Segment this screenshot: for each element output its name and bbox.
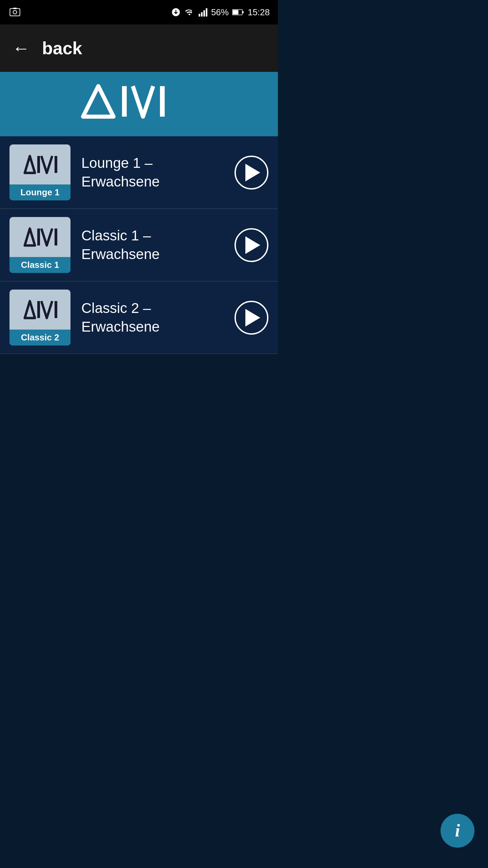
svg-marker-13 [25, 156, 35, 173]
svg-rect-21 [55, 301, 57, 318]
empty-area [0, 354, 278, 625]
svg-rect-9 [242, 11, 244, 13]
channel-thumb-classic1: Classic 1 [9, 217, 70, 273]
channel-thumb-classic2: Classic 2 [9, 290, 70, 346]
svg-marker-16 [25, 229, 35, 245]
channel-thumb-label-classic1: Classic 1 [9, 257, 70, 273]
signal-icon [198, 7, 208, 17]
play-triangle-icon [245, 309, 260, 327]
status-bar: 56% 15:28 [0, 0, 278, 24]
svg-rect-8 [232, 10, 238, 15]
battery-icon [232, 9, 244, 16]
play-button-classic1[interactable] [235, 228, 268, 262]
channel-name-classic1: Classic 1 –Erwachsene [70, 226, 235, 263]
svg-rect-14 [37, 156, 40, 173]
svg-point-1 [13, 11, 17, 14]
wifi-icon [184, 7, 195, 17]
aivi-banner [0, 72, 278, 136]
play-button-classic2[interactable] [235, 301, 268, 335]
nav-title: back [42, 38, 82, 58]
svg-rect-3 [199, 14, 200, 17]
channel-name-classic2: Classic 2 –Erwachsene [70, 299, 235, 336]
svg-rect-20 [37, 301, 40, 318]
download-icon [171, 7, 181, 17]
play-button-lounge1[interactable] [235, 156, 268, 190]
svg-rect-11 [122, 86, 127, 117]
svg-rect-5 [203, 10, 205, 17]
svg-rect-12 [160, 86, 165, 117]
svg-marker-19 [25, 301, 35, 318]
channel-thumb-label-classic2: Classic 2 [9, 330, 70, 346]
channel-item-classic1[interactable]: Classic 1 Classic 1 –Erwachsene [0, 209, 278, 281]
play-triangle-icon [245, 164, 260, 181]
svg-marker-10 [83, 86, 114, 117]
play-triangle-icon [245, 236, 260, 254]
channel-name-lounge1: Lounge 1 –Erwachsene [70, 154, 235, 191]
channel-thumb-logo-classic2 [9, 290, 70, 330]
svg-rect-2 [13, 8, 17, 9]
channel-item-classic2[interactable]: Classic 2 Classic 2 –Erwachsene [0, 281, 278, 354]
battery-percent: 56% [211, 7, 229, 18]
channel-thumb-label-lounge1: Lounge 1 [9, 184, 70, 200]
channel-thumb-lounge1: Lounge 1 [9, 144, 70, 200]
svg-rect-0 [10, 8, 20, 16]
aivi-logo [68, 81, 210, 127]
svg-rect-17 [37, 229, 40, 245]
status-time: 15:28 [248, 7, 270, 18]
svg-rect-6 [206, 8, 207, 17]
back-button[interactable]: ← [12, 39, 30, 57]
status-bar-left [8, 7, 22, 18]
channel-thumb-logo-lounge1 [9, 144, 70, 184]
svg-rect-4 [201, 12, 203, 17]
svg-rect-18 [55, 229, 57, 245]
status-bar-right: 56% 15:28 [171, 7, 270, 18]
photo-icon [8, 7, 22, 18]
channel-item-lounge1[interactable]: Lounge 1 Lounge 1 –Erwachsene [0, 136, 278, 209]
nav-bar: ← back [0, 24, 278, 72]
channel-thumb-logo-classic1 [9, 217, 70, 257]
channel-list: Lounge 1 Lounge 1 –Erwachsene Classic 1 … [0, 136, 278, 354]
svg-rect-15 [55, 156, 57, 173]
